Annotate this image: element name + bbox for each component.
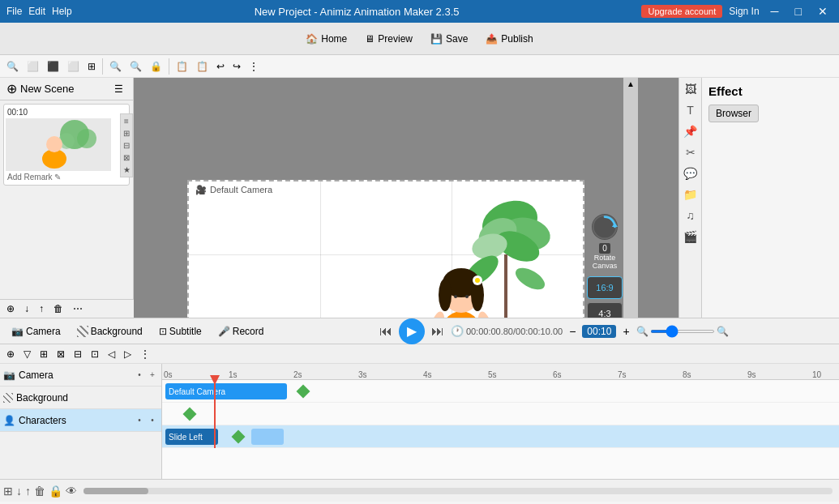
timeline-toolbar: ⊕ ▽ ⊞ ⊠ ⊟ ⊡ ◁ ▷ ⋮ — [0, 344, 839, 364]
record-tab-icon: 🎤 — [218, 326, 230, 337]
add-remark[interactable]: Add Remark ✎ — [6, 171, 127, 183]
camera-block[interactable]: Default Camera — [165, 383, 287, 399]
char-block-2[interactable] — [251, 429, 284, 445]
menu-edit[interactable]: Edit — [28, 6, 45, 17]
char-track-dot1[interactable]: • — [134, 415, 145, 426]
horizontal-scrollbar[interactable] — [83, 488, 833, 494]
preview-button[interactable]: 🖥 Preview — [357, 30, 421, 48]
scene-add-btn[interactable]: ⊕ — [3, 301, 18, 316]
scene-options[interactable]: ⋯ — [70, 301, 86, 316]
zoom-out-btn[interactable]: 🔍 — [106, 59, 125, 74]
svg-point-17 — [439, 279, 452, 311]
align-left[interactable]: ⬜ — [24, 59, 42, 74]
scene-delete[interactable]: 🗑 — [50, 301, 66, 316]
browser-button[interactable]: Browser — [708, 105, 759, 122]
menu-help[interactable]: Help — [52, 6, 72, 17]
scene-ctrl-4[interactable]: ⊠ — [122, 152, 131, 163]
ratio-16-9-btn[interactable]: 16:9 — [587, 276, 623, 299]
new-scene-button[interactable]: ⊕ New Scene — [6, 81, 74, 96]
tl-more[interactable]: ⋮ — [137, 347, 153, 361]
ruler-10: 10 — [811, 364, 821, 379]
paste-btn[interactable]: 📋 — [193, 59, 212, 74]
align-right[interactable]: ⬜ — [64, 59, 83, 74]
forward-btn[interactable]: ⏭ — [431, 324, 444, 339]
zoom-minus-btn[interactable]: − — [569, 325, 576, 338]
align-center-h[interactable]: ⬛ — [44, 59, 62, 74]
undo-btn[interactable]: ↩ — [213, 59, 228, 74]
scene-move-down[interactable]: ↓ — [21, 301, 32, 316]
zoom-plus-btn[interactable]: + — [623, 325, 629, 338]
subtitle-tab[interactable]: ⊡ Subtitle — [151, 322, 210, 340]
effect-pin-btn[interactable]: 📌 — [682, 123, 699, 139]
select-tool[interactable]: 🔍 — [3, 59, 22, 74]
rewind-btn[interactable]: ⏮ — [379, 324, 392, 339]
rotate-dial[interactable] — [590, 212, 619, 241]
scene-move-up[interactable]: ↑ — [36, 301, 47, 316]
tl-split[interactable]: ⊟ — [71, 347, 85, 361]
scene-ctrl-2[interactable]: ⊞ — [122, 128, 131, 139]
close-button[interactable]: ✕ — [813, 5, 833, 18]
publish-button[interactable]: 📤 Publish — [477, 30, 541, 48]
tl-bottom-down[interactable]: ↓ — [16, 485, 22, 498]
scene-time: 00:10 — [6, 106, 127, 118]
tl-bottom-up[interactable]: ↑ — [25, 485, 31, 498]
scroll-thumb-h — [83, 488, 148, 494]
upgrade-button[interactable]: Upgrade account — [641, 5, 722, 18]
scroll-up-icon[interactable]: ▲ — [627, 79, 635, 88]
minimize-button[interactable]: ─ — [766, 5, 784, 18]
effect-tools-btn[interactable]: ✂ — [684, 144, 697, 160]
tl-bottom-add[interactable]: ⊞ — [3, 485, 13, 498]
effect-film-btn[interactable]: 🎬 — [682, 229, 699, 245]
scene-ctrl-3[interactable]: ⊟ — [122, 140, 131, 151]
signin-button[interactable]: Sign In — [729, 6, 759, 17]
scene-side-controls: ≡ ⊞ ⊟ ⊠ ★ — [120, 113, 133, 177]
tl-filter-btn[interactable]: ▽ — [20, 347, 34, 361]
tl-align-right[interactable]: ⊠ — [54, 347, 68, 361]
scene-item[interactable]: 00:10 — [3, 104, 130, 186]
effect-music-btn[interactable]: ♫ — [684, 207, 696, 224]
tl-bottom-eye[interactable]: 👁 — [66, 485, 77, 498]
tl-cursor-btn[interactable]: ⊕ — [3, 347, 18, 361]
effect-text-btn[interactable]: T — [685, 102, 696, 118]
camera-tab[interactable]: 📷 Camera — [3, 322, 69, 340]
main-toolbar: 🏠 Home 🖥 Preview 💾 Save 📤 Publish — [0, 23, 839, 55]
rotate-value: 0 — [599, 243, 610, 254]
scene-ctrl-5[interactable]: ★ — [122, 164, 131, 175]
effect-chat-btn[interactable]: 💬 — [682, 165, 699, 182]
play-button[interactable]: ▶ — [399, 318, 425, 344]
ruler-1s: 1s — [227, 364, 238, 379]
effect-folder-btn[interactable]: 📁 — [682, 186, 699, 203]
restore-button[interactable]: □ — [790, 5, 807, 18]
more-btn[interactable]: ⋮ — [246, 59, 262, 74]
preview-icon: 🖥 — [365, 33, 375, 45]
scene-ctrl-1[interactable]: ≡ — [123, 116, 130, 126]
tl-bottom-delete[interactable]: 🗑 — [34, 485, 45, 498]
tl-align-start[interactable]: ⊡ — [88, 347, 102, 361]
tl-move-right[interactable]: ▷ — [121, 347, 135, 361]
background-tab[interactable]: Background — [69, 322, 151, 340]
save-button[interactable]: 💾 Save — [422, 30, 476, 48]
zoom-in-btn[interactable]: 🔍 — [126, 59, 145, 74]
scene-list-icon[interactable]: ☰ — [111, 82, 126, 96]
tl-move-left[interactable]: ◁ — [105, 347, 118, 361]
camera-track-dot1[interactable]: • — [134, 369, 145, 381]
svg-point-20 — [465, 295, 469, 298]
camera-track-add[interactable]: + — [147, 369, 158, 381]
zoom-slider[interactable] — [650, 330, 715, 333]
effect-image-btn[interactable]: 🖼 — [683, 81, 698, 97]
char-track-dot2[interactable]: • — [147, 415, 158, 426]
save-icon: 💾 — [430, 33, 443, 45]
home-button[interactable]: 🏠 Home — [298, 30, 355, 48]
copy-btn[interactable]: 📋 — [173, 59, 191, 74]
characters-block[interactable]: Slide Left — [165, 429, 218, 445]
record-tab[interactable]: 🎤 Record — [210, 322, 272, 340]
track-background: Background — [0, 387, 161, 409]
ruler-7s: 7s — [616, 364, 627, 379]
tl-align-left[interactable]: ⊞ — [36, 347, 51, 361]
distribute-h[interactable]: ⊞ — [84, 59, 99, 74]
menu-file[interactable]: File — [6, 6, 22, 17]
lock-btn[interactable]: 🔒 — [147, 59, 165, 74]
redo-btn[interactable]: ↪ — [229, 59, 244, 74]
tl-bottom-lock[interactable]: 🔒 — [49, 485, 62, 498]
ruler-8s: 8s — [681, 364, 691, 379]
